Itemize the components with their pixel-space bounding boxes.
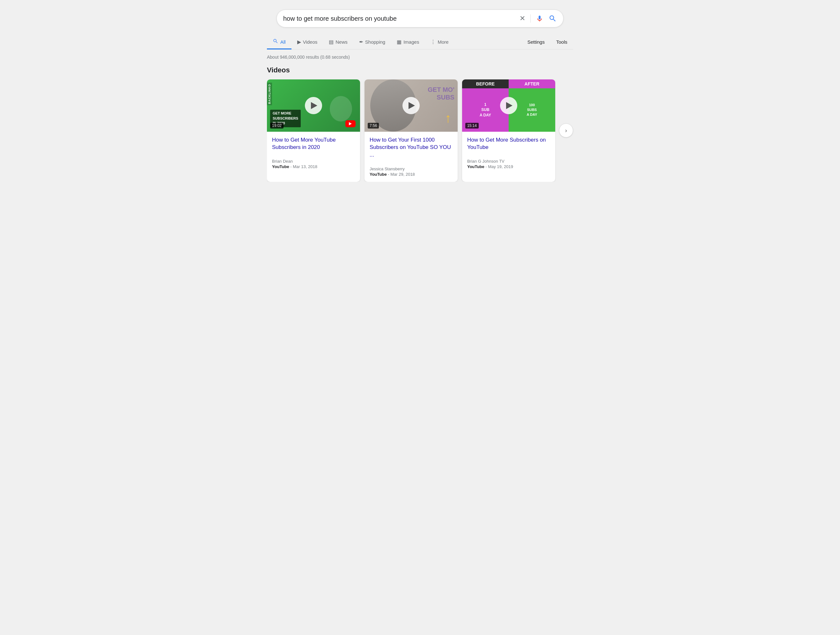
- video-thumb-3[interactable]: BEFORE AFTER 1SUBA DAY 100SUBSA DAY 15:1…: [462, 79, 555, 132]
- nav-right: Settings Tools: [522, 36, 573, 49]
- video-info-3: How to Get More Subscribers on YouTube B…: [462, 132, 555, 174]
- source-2: YouTube: [369, 172, 387, 177]
- source-3: YouTube: [467, 164, 485, 169]
- duration-1: 19:02: [270, 123, 284, 128]
- after-label: AFTER: [508, 79, 555, 88]
- search-input[interactable]: [283, 15, 519, 22]
- videos-section-title: Videos: [267, 66, 573, 74]
- tab-settings[interactable]: Settings: [522, 36, 550, 49]
- video-meta-3: Brian G Johnson TV YouTube - May 19, 201…: [467, 159, 550, 169]
- video-card-2[interactable]: GET MO'SUBS ↑ 7:56 How to Get Your First…: [365, 79, 458, 182]
- nav-tabs: All ▶ Videos ▤ News ✒ Shopping ▦ Images …: [267, 35, 573, 49]
- tab-news[interactable]: ▤ News: [323, 36, 353, 49]
- carousel-next-button[interactable]: ›: [559, 123, 573, 137]
- tab-videos[interactable]: ▶ Videos: [292, 36, 324, 49]
- mic-icon[interactable]: [536, 15, 543, 22]
- video-thumb-1[interactable]: BACKLINKO GET MORESUBSCRIBERSIN 2020 19:…: [267, 79, 360, 132]
- pub-date-2: Mar 29, 2018: [390, 172, 415, 177]
- clear-icon[interactable]: ✕: [519, 14, 525, 23]
- video-meta-2: Jessica Stansberry YouTube - Mar 29, 201…: [369, 166, 453, 177]
- duration-3: 15:14: [465, 123, 479, 128]
- more-tab-icon: ⋮: [431, 39, 436, 45]
- source-date-2: YouTube - Mar 29, 2018: [369, 172, 453, 177]
- tab-videos-label: Videos: [303, 39, 317, 45]
- tab-shopping-label: Shopping: [365, 39, 385, 45]
- tab-news-label: News: [335, 39, 347, 45]
- tab-shopping[interactable]: ✒ Shopping: [353, 36, 391, 49]
- shopping-tab-icon: ✒: [359, 39, 363, 45]
- before-label: BEFORE: [462, 79, 508, 88]
- tab-more[interactable]: ⋮ More: [425, 36, 454, 49]
- search-tab-icon: [273, 38, 278, 45]
- video-info-1: How to Get More YouTube Subscribers in 2…: [267, 132, 360, 174]
- source-1: YouTube: [272, 164, 289, 169]
- svg-point-0: [538, 16, 540, 17]
- tab-all-label: All: [280, 39, 286, 45]
- pub-date-3: May 19, 2019: [488, 164, 513, 169]
- tab-more-label: More: [437, 39, 448, 45]
- play-button-3[interactable]: [500, 97, 517, 114]
- play-button-1[interactable]: [305, 97, 322, 114]
- video-title-3[interactable]: How to Get More Subscribers on YouTube: [467, 136, 550, 152]
- search-button[interactable]: [548, 14, 557, 23]
- video-card-1[interactable]: BACKLINKO GET MORESUBSCRIBERSIN 2020 19:…: [267, 79, 360, 182]
- source-date-3: YouTube - May 19, 2019: [467, 164, 550, 169]
- tab-tools[interactable]: Tools: [550, 36, 573, 49]
- news-tab-icon: ▤: [329, 39, 333, 45]
- chevron-right-icon: ›: [565, 127, 567, 134]
- tab-all[interactable]: All: [267, 35, 292, 49]
- tab-images[interactable]: ▦ Images: [391, 36, 425, 49]
- video-thumb-2[interactable]: GET MO'SUBS ↑ 7:56: [365, 79, 458, 132]
- date-sep-3: -: [485, 164, 488, 169]
- channel-1: Brian Dean: [272, 159, 355, 164]
- search-bar: ✕: [276, 9, 564, 27]
- backlinko-logo: BACKLINKO: [267, 83, 272, 105]
- youtube-logo-1: [345, 120, 355, 127]
- channel-2: Jessica Stansberry: [369, 166, 453, 171]
- thumb-text-2: GET MO'SUBS: [428, 86, 455, 101]
- thumb-arrow-2: ↑: [445, 111, 451, 125]
- video-cards: BACKLINKO GET MORESUBSCRIBERSIN 2020 19:…: [267, 79, 556, 182]
- video-title-2[interactable]: How to Get Your First 1000 Subscribers o…: [369, 136, 453, 159]
- tab-settings-label: Settings: [527, 39, 545, 45]
- video-cards-wrapper: BACKLINKO GET MORESUBSCRIBERSIN 2020 19:…: [267, 79, 573, 182]
- video-tab-icon: ▶: [297, 39, 301, 45]
- play-button-2[interactable]: [403, 97, 420, 114]
- duration-2: 7:56: [368, 123, 379, 128]
- tab-images-label: Images: [403, 39, 419, 45]
- images-tab-icon: ▦: [397, 39, 401, 45]
- channel-3: Brian G Johnson TV: [467, 159, 550, 164]
- pub-date-1: Mar 13, 2018: [293, 164, 317, 169]
- results-count: About 946,000,000 results (0.68 seconds): [267, 51, 573, 60]
- tab-tools-label: Tools: [556, 39, 567, 45]
- source-date-1: YouTube - Mar 13, 2018: [272, 164, 355, 169]
- video-meta-1: Brian Dean YouTube - Mar 13, 2018: [272, 159, 355, 169]
- video-card-3[interactable]: BEFORE AFTER 1SUBA DAY 100SUBSA DAY 15:1…: [462, 79, 555, 182]
- video-title-1[interactable]: How to Get More YouTube Subscribers in 2…: [272, 136, 355, 152]
- video-info-2: How to Get Your First 1000 Subscribers o…: [365, 132, 458, 182]
